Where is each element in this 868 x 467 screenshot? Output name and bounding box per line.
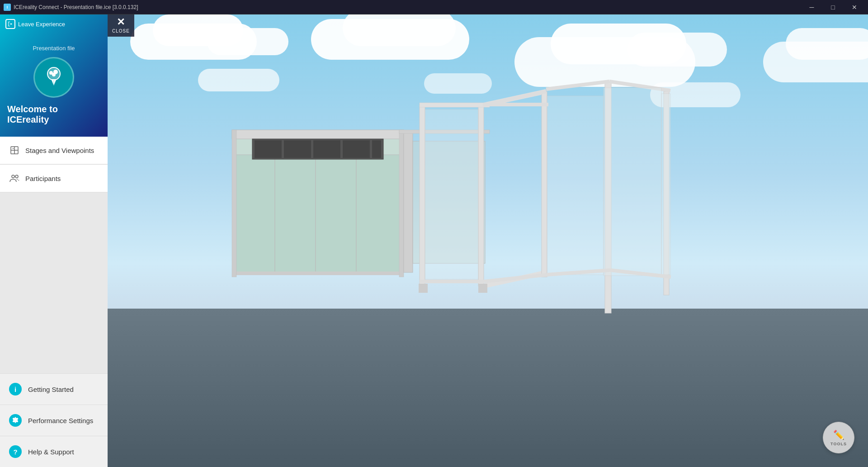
3d-scene <box>108 14 868 467</box>
sidebar-item-participants[interactable]: Participants <box>0 165 108 192</box>
svg-rect-18 <box>356 155 401 272</box>
svg-rect-51 <box>419 284 428 293</box>
svg-rect-24 <box>343 140 370 158</box>
sidebar-item-stages[interactable]: Stages and Viewpoints <box>0 137 108 164</box>
sidebar: Leave Experience Presentation file Welco… <box>0 14 108 467</box>
svg-rect-25 <box>372 140 381 158</box>
svg-point-3 <box>52 73 56 76</box>
svg-rect-27 <box>232 130 236 277</box>
svg-rect-36 <box>542 91 547 277</box>
sidebar-item-performance-settings[interactable]: Performance Settings <box>0 405 108 436</box>
participants-icon <box>9 173 20 184</box>
question-icon: ? <box>9 445 22 458</box>
window-title: ICEreality Connect - Presentation file.i… <box>14 4 138 10</box>
title-bar-left: I ICEreality Connect - Presentation file… <box>4 4 138 11</box>
title-bar: I ICEreality Connect - Presentation file… <box>0 0 868 14</box>
avatar <box>33 57 74 98</box>
close-button[interactable]: ✕ CLOSE <box>108 14 134 37</box>
svg-rect-26 <box>232 272 404 275</box>
svg-rect-23 <box>313 140 340 158</box>
svg-rect-29 <box>404 132 413 272</box>
svg-rect-33 <box>478 105 484 286</box>
svg-rect-53 <box>483 103 548 106</box>
leave-experience-label: Leave Experience <box>18 21 65 28</box>
sidebar-bottom: i Getting Started Performance Settings ?… <box>0 373 108 467</box>
svg-line-41 <box>546 81 609 89</box>
close-x-icon: ✕ <box>112 17 130 27</box>
svg-point-13 <box>15 175 18 178</box>
sidebar-item-help-support[interactable]: ? Help & Support <box>0 436 108 467</box>
svg-rect-39 <box>420 103 490 107</box>
stages-label: Stages and Viewpoints <box>25 147 94 154</box>
gear-icon <box>9 414 22 427</box>
leave-icon <box>5 19 15 29</box>
svg-rect-44 <box>547 96 604 275</box>
sidebar-nav: Stages and Viewpoints Participants <box>0 137 108 193</box>
svg-rect-16 <box>275 155 316 272</box>
sidebar-item-getting-started[interactable]: i Getting Started <box>0 373 108 405</box>
close-label: CLOSE <box>112 29 130 33</box>
participants-label: Participants <box>25 175 61 182</box>
svg-rect-19 <box>232 130 404 139</box>
svg-rect-21 <box>255 140 282 158</box>
svg-rect-17 <box>316 155 356 272</box>
avatar-icon <box>42 66 66 89</box>
info-icon: i <box>9 383 22 396</box>
tools-button[interactable]: ✏️ TOOLS <box>823 422 854 453</box>
pencil-icon: ✏️ <box>833 429 844 440</box>
close-window-button[interactable]: ✕ <box>844 0 864 14</box>
getting-started-label: Getting Started <box>28 386 74 393</box>
svg-rect-45 <box>604 88 661 276</box>
svg-rect-52 <box>478 284 487 293</box>
minimize-button[interactable]: ─ <box>802 0 822 14</box>
svg-rect-15 <box>234 155 275 272</box>
sidebar-header: Leave Experience Presentation file Welco… <box>0 14 108 137</box>
help-support-label: Help & Support <box>28 448 74 456</box>
performance-settings-label: Performance Settings <box>28 417 93 424</box>
svg-point-12 <box>12 175 14 178</box>
svg-rect-43 <box>425 110 478 279</box>
tools-label: TOOLS <box>830 442 847 446</box>
svg-rect-28 <box>399 130 404 277</box>
svg-rect-32 <box>420 105 425 286</box>
leave-experience-button[interactable]: Leave Experience <box>5 19 65 29</box>
window-controls: ─ □ ✕ <box>802 0 864 14</box>
welcome-label: Welcome to ICEreality <box>7 104 100 125</box>
svg-rect-46 <box>661 94 670 275</box>
app-icon: I <box>4 4 11 11</box>
svg-rect-22 <box>284 140 311 158</box>
stages-icon <box>9 145 20 156</box>
viewport[interactable]: ✏️ TOOLS <box>108 14 868 467</box>
sidebar-spacer <box>0 193 108 373</box>
presentation-label: Presentation file <box>33 45 75 52</box>
maximize-button[interactable]: □ <box>823 0 843 14</box>
